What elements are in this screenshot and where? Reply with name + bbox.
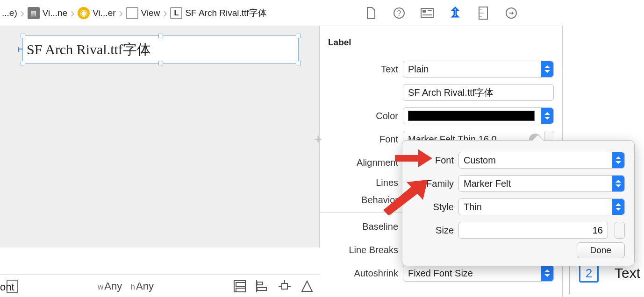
selected-label-element[interactable]: SF Arch Rival.ttf字体 bbox=[22, 35, 299, 64]
svg-rect-5 bbox=[282, 283, 287, 289]
size-input[interactable] bbox=[464, 225, 603, 236]
text-type-label: Text bbox=[328, 64, 398, 75]
color-select[interactable] bbox=[403, 107, 554, 124]
resize-handle[interactable] bbox=[296, 61, 301, 65]
resize-handle[interactable] bbox=[21, 61, 25, 65]
size-stepper[interactable] bbox=[615, 222, 625, 239]
popover-style-select[interactable]: Thin bbox=[458, 198, 625, 215]
chevron-right-icon: › bbox=[19, 6, 26, 21]
text-value-input[interactable]: SF Arch Rival.ttf字体 bbox=[403, 84, 554, 101]
viewcontroller-icon: ◉ bbox=[78, 7, 90, 19]
breadcrumb-item[interactable]: L SF Arch Rival.ttf字体 bbox=[168, 7, 268, 19]
svg-rect-13 bbox=[422, 10, 426, 13]
font-label: Font bbox=[328, 134, 398, 145]
h-prefix: h bbox=[131, 283, 135, 291]
label-text: SF Arch Rival.ttf字体 bbox=[27, 40, 151, 59]
identity-inspector-icon[interactable] bbox=[420, 6, 434, 20]
size-inspector-icon[interactable] bbox=[476, 6, 490, 20]
breadcrumb-item[interactable]: View bbox=[124, 7, 162, 19]
text-type-value: Plain bbox=[408, 64, 429, 75]
chevron-right-icon: › bbox=[118, 6, 124, 21]
autoshrink-value: Fixed Font Size bbox=[408, 268, 473, 279]
done-button[interactable]: Done bbox=[577, 242, 625, 258]
popover-size-label: Size bbox=[412, 225, 454, 236]
annotation-arrow bbox=[393, 146, 435, 171]
breadcrumb-label: ...e) bbox=[2, 8, 17, 18]
align-tool-icon[interactable] bbox=[256, 280, 268, 292]
breadcrumb: ...e) › ▤ Vi...ne › ◉ Vi...er › View › L… bbox=[0, 0, 320, 26]
popover-font-value: Custom bbox=[464, 155, 496, 166]
alignment-label: Alignment bbox=[328, 157, 398, 168]
canvas-toolbar: wAny hAny bbox=[0, 275, 320, 297]
w-value: Any bbox=[104, 280, 122, 292]
breadcrumb-label: SF Arch Rival.ttf字体 bbox=[185, 7, 266, 19]
popover-style-value: Thin bbox=[464, 202, 482, 212]
popover-size-input[interactable] bbox=[458, 222, 608, 239]
text-value: SF Arch Rival.ttf字体 bbox=[408, 86, 494, 99]
attributes-inspector-icon[interactable] bbox=[448, 6, 462, 20]
resize-handle[interactable] bbox=[21, 34, 25, 38]
breadcrumb-label: Vi...ne bbox=[43, 8, 68, 18]
chevron-updown-icon bbox=[541, 265, 553, 281]
inspector-tab-bar: ? bbox=[320, 0, 563, 26]
breadcrumb-label: Vi...er bbox=[93, 8, 115, 18]
breadcrumb-item[interactable]: ▤ Vi...ne bbox=[26, 7, 70, 19]
chevron-updown-icon bbox=[612, 152, 624, 168]
view-icon bbox=[126, 7, 138, 19]
truncated-text: ont bbox=[0, 281, 14, 294]
svg-text:?: ? bbox=[397, 9, 401, 17]
chevron-updown-icon bbox=[541, 108, 553, 124]
chevron-updown-icon bbox=[612, 199, 624, 215]
popover-family-value: Marker Felt bbox=[464, 178, 511, 189]
label-type-icon: L bbox=[170, 7, 182, 19]
svg-rect-2 bbox=[257, 282, 263, 285]
breadcrumb-label: View bbox=[141, 8, 160, 18]
storyboard-icon: ▤ bbox=[28, 7, 40, 19]
plus-icon[interactable]: + bbox=[314, 131, 322, 147]
baseline-label: Baseline bbox=[328, 221, 398, 232]
color-swatch bbox=[408, 111, 535, 121]
w-prefix: w bbox=[98, 283, 103, 291]
chevron-updown-icon bbox=[541, 61, 553, 77]
chevron-updown-icon bbox=[612, 176, 624, 191]
badge-two[interactable]: 2 bbox=[579, 264, 599, 283]
breadcrumb-item[interactable]: ◉ Vi...er bbox=[76, 7, 117, 19]
font-popover: Font Custom Family Marker Felt Style Thi… bbox=[402, 140, 635, 266]
svg-marker-9 bbox=[302, 281, 312, 291]
interface-builder-canvas[interactable]: SF Arch Rival.ttf字体 bbox=[0, 26, 320, 248]
help-inspector-icon[interactable]: ? bbox=[392, 6, 406, 20]
svg-rect-0 bbox=[236, 283, 245, 286]
text-label-fragment: Text bbox=[615, 265, 640, 281]
chevron-right-icon: › bbox=[69, 6, 76, 21]
h-value: Any bbox=[136, 280, 154, 292]
size-class-display[interactable]: wAny hAny bbox=[98, 280, 154, 292]
breadcrumb-item[interactable]: ...e) bbox=[0, 8, 19, 18]
svg-rect-3 bbox=[257, 288, 266, 290]
connections-inspector-icon[interactable] bbox=[504, 6, 518, 20]
autoshrink-label: Autoshrink bbox=[328, 268, 398, 279]
stack-tool-icon[interactable] bbox=[234, 280, 246, 292]
pin-tool-icon[interactable] bbox=[279, 280, 291, 292]
text-type-select[interactable]: Plain bbox=[403, 61, 554, 78]
linebreaks-label: Line Breaks bbox=[328, 245, 398, 255]
svg-rect-1 bbox=[236, 288, 245, 292]
file-inspector-icon[interactable] bbox=[364, 6, 378, 20]
resize-handle[interactable] bbox=[296, 34, 301, 38]
annotation-arrow bbox=[379, 177, 430, 215]
chevron-right-icon: › bbox=[162, 6, 168, 21]
resize-handle[interactable] bbox=[158, 61, 163, 65]
autoshrink-select[interactable]: Fixed Font Size bbox=[403, 265, 554, 282]
section-title: Label bbox=[328, 37, 554, 48]
resolve-issues-icon[interactable] bbox=[301, 280, 313, 292]
popover-family-select[interactable]: Marker Felt bbox=[458, 175, 625, 192]
popover-font-select[interactable]: Custom bbox=[458, 152, 625, 169]
color-label: Color bbox=[328, 111, 398, 121]
resize-handle[interactable] bbox=[158, 34, 163, 38]
